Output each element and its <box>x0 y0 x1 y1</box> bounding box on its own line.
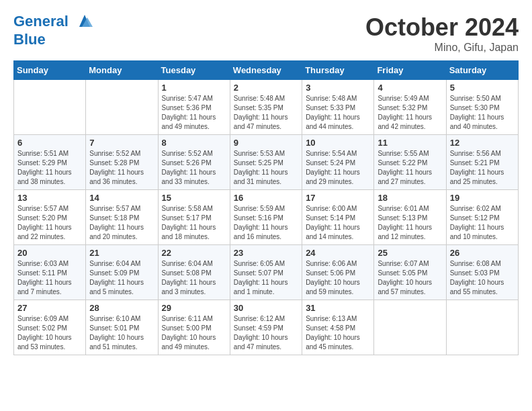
col-sunday: Sunday <box>14 61 86 80</box>
day-number: 6 <box>17 138 82 148</box>
day-number: 9 <box>234 138 298 148</box>
day-cell: 28 Sunrise: 6:10 AMSunset: 5:01 PMDaylig… <box>86 300 158 355</box>
location: Mino, Gifu, Japan <box>365 42 519 54</box>
day-cell: 6 Sunrise: 5:51 AMSunset: 5:29 PMDayligh… <box>14 135 86 190</box>
day-number: 18 <box>378 193 442 203</box>
day-info: Sunrise: 5:52 AMSunset: 5:28 PMDaylight:… <box>89 149 154 187</box>
day-number: 4 <box>378 83 442 93</box>
logo: General Blue <box>13 13 94 48</box>
day-cell: 18 Sunrise: 6:01 AMSunset: 5:13 PMDaylig… <box>374 190 446 245</box>
logo-text-general: General <box>13 13 69 30</box>
day-cell: 31 Sunrise: 6:13 AMSunset: 4:58 PMDaylig… <box>302 300 374 355</box>
day-info: Sunrise: 5:59 AMSunset: 5:16 PMDaylight:… <box>234 204 298 242</box>
day-cell: 17 Sunrise: 6:00 AMSunset: 5:14 PMDaylig… <box>302 190 374 245</box>
header-row: Sunday Monday Tuesday Wednesday Thursday… <box>14 61 519 80</box>
page-header: General Blue October 2024 Mino, Gifu, Ja… <box>13 13 519 54</box>
day-cell: 15 Sunrise: 5:58 AMSunset: 5:17 PMDaylig… <box>158 190 230 245</box>
day-cell: 1 Sunrise: 5:47 AMSunset: 5:36 PMDayligh… <box>158 80 230 135</box>
day-info: Sunrise: 6:04 AMSunset: 5:08 PMDaylight:… <box>162 259 226 297</box>
day-cell: 26 Sunrise: 6:08 AMSunset: 5:03 PMDaylig… <box>446 245 518 300</box>
day-number: 3 <box>306 83 370 93</box>
day-number: 7 <box>89 138 154 148</box>
day-info: Sunrise: 5:47 AMSunset: 5:36 PMDaylight:… <box>162 94 226 132</box>
day-info: Sunrise: 6:08 AMSunset: 5:03 PMDaylight:… <box>450 259 515 297</box>
day-number: 22 <box>162 248 226 258</box>
day-info: Sunrise: 5:53 AMSunset: 5:25 PMDaylight:… <box>234 149 298 187</box>
day-cell: 21 Sunrise: 6:04 AMSunset: 5:09 PMDaylig… <box>86 245 158 300</box>
day-info: Sunrise: 5:54 AMSunset: 5:24 PMDaylight:… <box>306 149 370 187</box>
day-cell: 7 Sunrise: 5:52 AMSunset: 5:28 PMDayligh… <box>86 135 158 190</box>
day-info: Sunrise: 5:50 AMSunset: 5:30 PMDaylight:… <box>450 94 515 132</box>
day-number: 25 <box>378 248 442 258</box>
month-title: October 2024 <box>365 13 519 42</box>
day-cell: 30 Sunrise: 6:12 AMSunset: 4:59 PMDaylig… <box>230 300 302 355</box>
day-number: 27 <box>17 303 82 313</box>
day-number: 1 <box>162 83 226 93</box>
col-saturday: Saturday <box>446 61 518 80</box>
day-cell <box>446 300 518 355</box>
day-cell: 9 Sunrise: 5:53 AMSunset: 5:25 PMDayligh… <box>230 135 302 190</box>
day-number: 5 <box>450 83 515 93</box>
day-cell: 20 Sunrise: 6:03 AMSunset: 5:11 PMDaylig… <box>14 245 86 300</box>
day-cell: 27 Sunrise: 6:09 AMSunset: 5:02 PMDaylig… <box>14 300 86 355</box>
day-info: Sunrise: 6:10 AMSunset: 5:01 PMDaylight:… <box>89 314 154 352</box>
day-number: 20 <box>17 248 82 258</box>
day-info: Sunrise: 5:51 AMSunset: 5:29 PMDaylight:… <box>17 149 82 187</box>
day-info: Sunrise: 5:56 AMSunset: 5:21 PMDaylight:… <box>450 149 515 187</box>
day-info: Sunrise: 5:49 AMSunset: 5:32 PMDaylight:… <box>378 94 442 132</box>
calendar-table: Sunday Monday Tuesday Wednesday Thursday… <box>13 60 519 355</box>
logo-text-blue: Blue <box>13 32 94 48</box>
day-info: Sunrise: 6:00 AMSunset: 5:14 PMDaylight:… <box>306 204 370 242</box>
day-cell: 13 Sunrise: 5:57 AMSunset: 5:20 PMDaylig… <box>14 190 86 245</box>
day-cell <box>14 80 86 135</box>
day-number: 8 <box>162 138 226 148</box>
day-cell: 12 Sunrise: 5:56 AMSunset: 5:21 PMDaylig… <box>446 135 518 190</box>
day-info: Sunrise: 6:05 AMSunset: 5:07 PMDaylight:… <box>234 259 298 297</box>
week-row-3: 13 Sunrise: 5:57 AMSunset: 5:20 PMDaylig… <box>14 190 519 245</box>
day-cell: 4 Sunrise: 5:49 AMSunset: 5:32 PMDayligh… <box>374 80 446 135</box>
day-info: Sunrise: 5:52 AMSunset: 5:26 PMDaylight:… <box>162 149 226 187</box>
week-row-2: 6 Sunrise: 5:51 AMSunset: 5:29 PMDayligh… <box>14 135 519 190</box>
day-cell: 23 Sunrise: 6:05 AMSunset: 5:07 PMDaylig… <box>230 245 302 300</box>
day-cell: 19 Sunrise: 6:02 AMSunset: 5:12 PMDaylig… <box>446 190 518 245</box>
day-info: Sunrise: 5:55 AMSunset: 5:22 PMDaylight:… <box>378 149 442 187</box>
day-number: 21 <box>89 248 154 258</box>
day-cell: 16 Sunrise: 5:59 AMSunset: 5:16 PMDaylig… <box>230 190 302 245</box>
day-info: Sunrise: 5:48 AMSunset: 5:35 PMDaylight:… <box>234 94 298 132</box>
day-info: Sunrise: 6:04 AMSunset: 5:09 PMDaylight:… <box>89 259 154 297</box>
day-cell: 11 Sunrise: 5:55 AMSunset: 5:22 PMDaylig… <box>374 135 446 190</box>
col-friday: Friday <box>374 61 446 80</box>
day-info: Sunrise: 6:03 AMSunset: 5:11 PMDaylight:… <box>17 259 82 297</box>
col-thursday: Thursday <box>302 61 374 80</box>
day-number: 29 <box>162 303 226 313</box>
col-tuesday: Tuesday <box>158 61 230 80</box>
day-cell: 14 Sunrise: 5:57 AMSunset: 5:18 PMDaylig… <box>86 190 158 245</box>
day-number: 30 <box>234 303 298 313</box>
day-cell: 8 Sunrise: 5:52 AMSunset: 5:26 PMDayligh… <box>158 135 230 190</box>
day-cell: 5 Sunrise: 5:50 AMSunset: 5:30 PMDayligh… <box>446 80 518 135</box>
day-number: 2 <box>234 83 298 93</box>
day-info: Sunrise: 5:57 AMSunset: 5:18 PMDaylight:… <box>89 204 154 242</box>
day-number: 26 <box>450 248 515 258</box>
day-info: Sunrise: 6:12 AMSunset: 4:59 PMDaylight:… <box>234 314 298 352</box>
day-info: Sunrise: 6:09 AMSunset: 5:02 PMDaylight:… <box>17 314 82 352</box>
day-info: Sunrise: 6:06 AMSunset: 5:06 PMDaylight:… <box>306 259 370 297</box>
day-info: Sunrise: 6:13 AMSunset: 4:58 PMDaylight:… <box>306 314 370 352</box>
day-cell <box>86 80 158 135</box>
day-cell: 22 Sunrise: 6:04 AMSunset: 5:08 PMDaylig… <box>158 245 230 300</box>
day-cell: 29 Sunrise: 6:11 AMSunset: 5:00 PMDaylig… <box>158 300 230 355</box>
day-number: 31 <box>306 303 370 313</box>
day-number: 11 <box>378 138 442 148</box>
day-cell: 2 Sunrise: 5:48 AMSunset: 5:35 PMDayligh… <box>230 80 302 135</box>
day-number: 12 <box>450 138 515 148</box>
week-row-5: 27 Sunrise: 6:09 AMSunset: 5:02 PMDaylig… <box>14 300 519 355</box>
day-info: Sunrise: 6:02 AMSunset: 5:12 PMDaylight:… <box>450 204 515 242</box>
week-row-4: 20 Sunrise: 6:03 AMSunset: 5:11 PMDaylig… <box>14 245 519 300</box>
col-monday: Monday <box>86 61 158 80</box>
day-info: Sunrise: 5:48 AMSunset: 5:33 PMDaylight:… <box>306 94 370 132</box>
day-cell <box>374 300 446 355</box>
title-block: October 2024 Mino, Gifu, Japan <box>365 13 519 54</box>
day-number: 23 <box>234 248 298 258</box>
day-info: Sunrise: 5:57 AMSunset: 5:20 PMDaylight:… <box>17 204 82 242</box>
day-cell: 25 Sunrise: 6:07 AMSunset: 5:05 PMDaylig… <box>374 245 446 300</box>
